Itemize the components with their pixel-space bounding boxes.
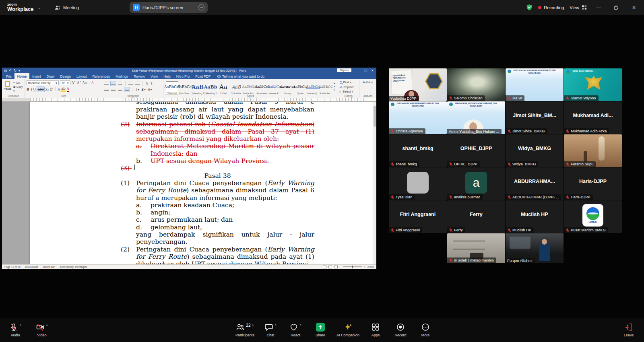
highlight-button[interactable]: ab xyxy=(61,87,66,92)
document-page[interactable]: sebagaimana dimaksud dalam Pasal 5 huruf… xyxy=(30,102,373,264)
numbering-button[interactable] xyxy=(111,81,116,86)
react-button[interactable]: ∧ React xyxy=(287,323,304,337)
language-indicator[interactable]: Indonesian xyxy=(43,266,55,268)
security-shield-icon[interactable] xyxy=(526,4,533,11)
font-color-button[interactable]: A xyxy=(67,87,69,92)
multilevel-list-button[interactable] xyxy=(118,81,123,86)
align-left-button[interactable] xyxy=(104,87,109,92)
page-indicator[interactable]: Page 13 of 18 xyxy=(4,266,21,268)
style-heading2[interactable]: AaBb¶ Heading 2 xyxy=(204,81,217,95)
record-button[interactable]: Record xyxy=(392,323,409,337)
participant-tile-haris[interactable]: Haris-DJPP Haris-DJPP xyxy=(564,167,622,200)
participant-tile-mukhamad[interactable]: Mukhamad Adi... Mukhamad Adib Azka xyxy=(564,101,622,134)
leave-button[interactable]: Leave xyxy=(620,323,638,337)
style-normal[interactable]: AaBbCcI¶ Normal xyxy=(166,81,178,95)
tab-meeting[interactable]: Meeting xyxy=(54,5,79,10)
participant-tile-abdurrahman[interactable]: ABDURRAHMA... ABDURRAHMAN (DJPP- ... xyxy=(506,167,564,200)
more-button[interactable]: More xyxy=(417,323,434,337)
menu-review[interactable]: Review xyxy=(131,73,148,79)
style-no-spacing[interactable]: AaBbCcI¶ No Spac... xyxy=(179,81,191,95)
menu-foxit-pdf[interactable]: Foxit PDF xyxy=(192,73,213,79)
participants-button[interactable]: 22 ∧ Participants xyxy=(235,323,254,337)
menu-design[interactable]: Design xyxy=(57,73,73,79)
bold-button[interactable]: B xyxy=(27,87,29,91)
restore-button[interactable] xyxy=(610,5,622,10)
participant-tile-slamet[interactable]: APEL PAGI VIRTUAL Slamet Wiyono xyxy=(564,68,622,101)
tab-options-ellipsis-icon[interactable]: ⋯ xyxy=(198,4,204,10)
accessibility-status[interactable]: Accessibility: Investigate xyxy=(60,266,87,268)
zoom-in-button[interactable]: + xyxy=(364,266,365,268)
cut-button[interactable]: ✂ Cut xyxy=(13,81,23,84)
decrease-indent-button[interactable] xyxy=(128,81,133,86)
print-layout-icon[interactable] xyxy=(328,266,332,268)
subscript-button[interactable]: x₂ xyxy=(45,87,49,91)
chat-button[interactable]: ∧ Chat xyxy=(262,323,279,337)
menu-home[interactable]: Home xyxy=(14,73,30,79)
align-right-button[interactable] xyxy=(118,87,123,92)
participant-tile-widya[interactable]: Widya_BMKG Widya_BMKG xyxy=(506,134,564,167)
chevron-down-icon[interactable]: ⌄ xyxy=(38,6,41,10)
find-button[interactable]: Find▾ xyxy=(340,80,357,84)
clear-formatting-button[interactable]: A xyxy=(91,81,94,85)
line-spacing-button[interactable]: ⇕▾ xyxy=(135,88,139,92)
justify-button[interactable] xyxy=(124,87,130,92)
participant-tile-feranto[interactable]: Feranto Supu xyxy=(564,134,622,167)
addins-button[interactable]: Add-ins xyxy=(361,80,375,84)
sign-in-button[interactable]: Sign in xyxy=(337,68,351,72)
video-chevron-icon[interactable]: ∧ xyxy=(46,323,48,327)
menu-layout[interactable]: Layout xyxy=(74,73,90,79)
participant-tile-shanti[interactable]: shanti_bmkg shanti_bmkg xyxy=(389,134,447,167)
word-close-button[interactable]: ✕ xyxy=(369,69,376,72)
underline-button[interactable]: U xyxy=(33,87,36,91)
grow-font-button[interactable]: A˄ xyxy=(72,81,76,85)
minimize-button[interactable]: — xyxy=(592,5,605,10)
menu-mailings[interactable]: Mailings xyxy=(113,73,131,79)
participant-tile-salomo[interactable]: Salomo Christian xyxy=(447,68,505,101)
participant-tile-yudiethia[interactable]: PERATURAN PERUNDANG-UNDANGAN Yudiethia D… xyxy=(389,68,447,101)
replace-button[interactable]: abReplace xyxy=(340,85,357,89)
style-heading1[interactable]: AaB¶ Heading 1 xyxy=(192,81,204,95)
zoom-slider[interactable] xyxy=(343,266,362,267)
zoom-out-button[interactable]: − xyxy=(340,266,341,268)
view-button[interactable]: View xyxy=(570,5,587,10)
chat-chevron-icon[interactable]: ∧ xyxy=(275,323,277,327)
style-intense-quote[interactable]: AaBbCcIIntense Q... xyxy=(307,81,319,95)
participant-tile-furqon[interactable]: Furqon Alfahmi xyxy=(506,233,564,263)
participant-tile-christa[interactable]: BIRO HUKUM, HUBUNGAN MASYARAKAT, DAN KER… xyxy=(389,101,447,134)
align-center-button[interactable] xyxy=(111,87,116,92)
grid-dots-icon[interactable] xyxy=(441,95,445,99)
tab-screen-share[interactable]: H Haris-DJPP's screen ⋯ xyxy=(130,2,208,13)
participant-tile-ophie[interactable]: OPHIE_DJPP OPHIE_DJPP xyxy=(447,134,505,167)
share-button[interactable]: Share xyxy=(312,323,329,337)
italic-button[interactable]: I xyxy=(31,87,32,91)
menu-nitro-pro[interactable]: Nitro Pro xyxy=(173,73,193,79)
menu-references[interactable]: References xyxy=(89,73,112,79)
participant-tile-tyas[interactable]: Tyas Dian xyxy=(389,167,447,200)
menu-insert[interactable]: Insert xyxy=(29,73,43,79)
strikethrough-button[interactable]: abc xyxy=(37,87,44,92)
participant-tile-ammi[interactable]: BIRO HUKUM, HUBUNGAN MASYARAKAT, DAN KER… xyxy=(447,101,505,134)
participant-tile-pusat-maritim[interactable]: BMKG Pusat Maritim BMKG xyxy=(564,200,622,233)
style-subtitle[interactable]: AaB¶ Subtitle xyxy=(230,81,242,95)
participant-tile-muclish[interactable]: Muclish HP Muclish HP xyxy=(506,200,564,233)
change-case-button[interactable]: Aa xyxy=(82,81,87,85)
scrollbar-thumb[interactable] xyxy=(374,106,376,127)
redo-icon[interactable]: ↻ xyxy=(14,69,17,72)
shading-button[interactable]: ◧▾ xyxy=(141,88,146,92)
menu-file[interactable]: File xyxy=(3,73,14,79)
menu-help[interactable]: Help xyxy=(161,73,173,79)
document-text[interactable]: sebagaimana dimaksud dalam Pasal 5 huruf… xyxy=(121,102,314,264)
read-mode-icon[interactable] xyxy=(323,266,326,268)
menu-view[interactable]: View xyxy=(148,73,161,79)
zoom-level[interactable]: 200% xyxy=(367,266,374,268)
participant-tile-jimot[interactable]: Jimot Sihite_BM... Jimot Sihite_BMKG xyxy=(506,101,564,134)
video-button[interactable]: ∧ Video xyxy=(33,323,51,337)
undo-icon[interactable]: ↶ xyxy=(9,69,12,72)
audio-chevron-icon[interactable]: ∧ xyxy=(19,323,21,327)
save-icon[interactable]: ▤ xyxy=(4,69,7,72)
font-name-dropdown[interactable]: Bookman Old Sty▾ xyxy=(27,80,59,85)
menu-draw[interactable]: Draw xyxy=(44,73,58,79)
show-marks-button[interactable]: ¶ xyxy=(150,81,153,86)
superscript-button[interactable]: x² xyxy=(50,87,53,91)
sort-button[interactable]: ⇅ xyxy=(145,82,149,86)
